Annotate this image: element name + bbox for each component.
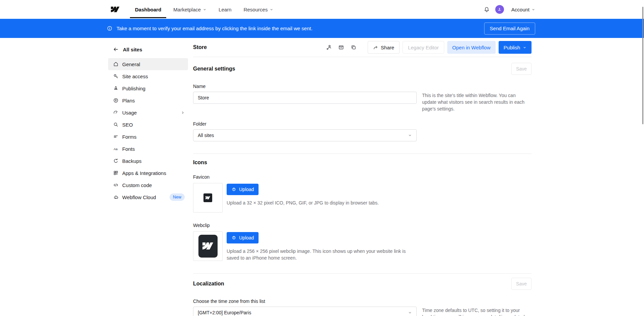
nav-item-label: Learn — [219, 7, 231, 12]
favicon-help-text: Upload a 32 × 32 pixel ICO, PNG, GIF, or… — [227, 199, 379, 206]
notifications-bell-icon[interactable] — [484, 6, 490, 13]
sidebar-item-label: Site access — [122, 74, 185, 79]
sidebar-item-fonts[interactable]: Aa Fonts — [108, 143, 188, 155]
chevron-down-icon — [532, 8, 535, 11]
banner-message: Take a moment to verify your email addre… — [117, 26, 313, 31]
timezone-selected-value: [GMT+2:00] Europe/Paris — [198, 310, 251, 315]
sidebar-item-publishing[interactable]: Publishing — [108, 82, 188, 94]
top-nav: Dashboard Marketplace Learn Resources J.… — [0, 0, 644, 19]
nav-item-label: Dashboard — [135, 7, 161, 12]
chevron-down-icon — [203, 8, 206, 11]
back-to-all-sites[interactable]: All sites — [108, 45, 188, 54]
chevron-down-icon — [408, 311, 412, 315]
duplicate-icon[interactable] — [349, 43, 358, 52]
folder-label: Folder — [193, 121, 532, 127]
scrollbar-thumb[interactable] — [642, 7, 643, 124]
timezone-label: Choose the time zone from this list — [193, 299, 532, 304]
folder-selected-value: All sites — [198, 133, 214, 138]
webclip-label: Webclip — [193, 223, 532, 228]
account-menu-button[interactable]: Account — [509, 6, 537, 13]
upload-label: Upload — [239, 187, 254, 192]
chevron-down-icon — [523, 46, 526, 49]
sidebar-item-label: Publishing — [122, 86, 185, 91]
share-label: Share — [381, 45, 394, 50]
icons-section: Icons Favicon Upload Upload a 32 × 32 pi… — [193, 160, 532, 274]
sidebar-item-apps-integrations[interactable]: Apps & Integrations — [108, 167, 188, 179]
sidebar-item-label: Fonts — [122, 146, 185, 152]
nav-item-marketplace[interactable]: Marketplace — [173, 7, 206, 12]
sidebar-item-label: General — [122, 61, 185, 67]
settings-sidebar: All sites General Site access Publishing… — [108, 38, 188, 316]
sidebar-item-usage[interactable]: Usage — [108, 106, 188, 119]
content: All sites General Site access Publishing… — [0, 38, 644, 316]
archive-icon[interactable] — [336, 43, 346, 52]
general-save-button[interactable]: Save — [511, 63, 532, 75]
timezone-select[interactable]: [GMT+2:00] Europe/Paris — [193, 307, 417, 316]
favicon-label: Favicon — [193, 174, 532, 180]
verify-email-banner: Take a moment to verify your email addre… — [0, 19, 644, 38]
webclip-upload-button[interactable]: Upload — [227, 232, 259, 243]
sidebar-item-label: Webflow Cloud — [122, 194, 166, 200]
avatar-initials: J. — [498, 8, 501, 11]
sidebar-item-backups[interactable]: Backups — [108, 155, 188, 167]
folder-select[interactable]: All sites — [193, 129, 417, 141]
sidebar-item-site-access[interactable]: Site access — [108, 70, 188, 82]
apps-icon — [113, 170, 119, 176]
webflow-logo-icon — [202, 242, 213, 250]
nav-item-dashboard[interactable]: Dashboard — [135, 7, 161, 12]
arrow-left-icon — [113, 47, 119, 52]
favicon-image — [203, 193, 212, 202]
sidebar-item-general[interactable]: General — [108, 58, 188, 70]
open-in-webflow-button[interactable]: Open in Webflow — [447, 41, 496, 54]
general-settings-heading: General settings — [193, 66, 235, 72]
webclip-preview — [193, 231, 223, 261]
name-help-text: This is the site's title within Webflow.… — [422, 89, 527, 112]
localization-section: Localization Save Choose the time zone f… — [193, 278, 532, 316]
sidebar-item-label: Usage — [122, 110, 177, 116]
transfer-site-icon[interactable] — [324, 43, 333, 52]
nav-item-label: Marketplace — [173, 7, 201, 12]
avatar[interactable]: J. — [495, 5, 504, 14]
divider — [193, 273, 532, 274]
send-email-again-button[interactable]: Send Email Again — [484, 22, 535, 35]
sidebar-menu: General Site access Publishing Plans Usa… — [108, 58, 188, 203]
upload-label: Upload — [239, 235, 254, 240]
sidebar-item-forms[interactable]: Forms — [108, 131, 188, 143]
sidebar-item-label: Forms — [122, 134, 185, 140]
primary-nav: Dashboard Marketplace Learn Resources — [135, 7, 273, 12]
divider — [193, 153, 532, 154]
site-actions: Share Legacy Editor Open in Webflow Publ… — [324, 41, 532, 54]
cloud-icon — [113, 194, 119, 200]
share-button[interactable]: Share — [368, 41, 400, 54]
page-title: Store — [193, 44, 207, 50]
history-icon — [113, 158, 119, 164]
chevron-down-icon — [270, 8, 273, 11]
sidebar-item-custom-code[interactable]: Custom code — [108, 179, 188, 191]
code-icon — [113, 182, 119, 188]
favicon-upload-button[interactable]: Upload — [227, 184, 259, 195]
site-header: Store Share Legacy Editor Open in Webflo… — [193, 38, 532, 57]
rocket-icon — [113, 86, 119, 91]
legacy-editor-button[interactable]: Legacy Editor — [403, 41, 444, 54]
sidebar-item-seo[interactable]: SEO — [108, 119, 188, 131]
svg-text:Aa: Aa — [114, 147, 118, 151]
upload-icon — [231, 187, 236, 192]
webclip-help-text: Upload a 256 × 256 pixel webclip image. … — [227, 248, 417, 262]
general-settings-section: General settings Save Name This is the s… — [193, 63, 532, 154]
publish-button[interactable]: Publish — [499, 41, 532, 54]
key-icon — [113, 74, 119, 79]
nav-item-learn[interactable]: Learn — [219, 7, 231, 12]
sidebar-item-webflow-cloud[interactable]: Webflow Cloud New — [108, 191, 188, 203]
nav-item-resources[interactable]: Resources — [243, 7, 273, 12]
sidebar-item-plans[interactable]: Plans — [108, 94, 188, 106]
lines-icon — [113, 134, 119, 139]
sidebar-item-label: Apps & Integrations — [122, 170, 185, 176]
localization-save-button[interactable]: Save — [511, 278, 532, 290]
new-badge: New — [170, 193, 185, 201]
settings-main: Store Share Legacy Editor Open in Webflo… — [193, 38, 532, 316]
site-name-input[interactable] — [193, 92, 417, 104]
gauge-icon — [113, 110, 119, 115]
nav-item-label: Resources — [243, 7, 268, 12]
webflow-logo-icon[interactable] — [111, 6, 120, 12]
webflow-logo-icon — [205, 196, 210, 199]
